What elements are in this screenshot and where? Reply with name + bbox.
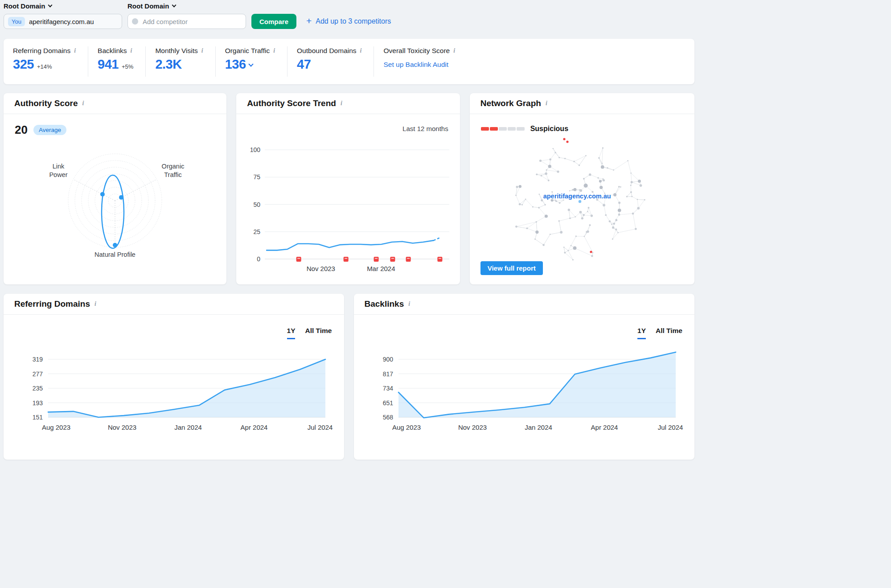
you-domain-field[interactable]: You aperitifagency.com.au: [4, 14, 122, 29]
authority-score-value: 20: [15, 123, 28, 137]
backlinks-range-tabs: 1Y All Time: [637, 327, 682, 339]
metric-monthly-visits: Monthly Visitsi 2.3K: [146, 46, 215, 77]
root-domain-label: Root Domain: [4, 2, 45, 10]
tab-all-time[interactable]: All Time: [305, 327, 332, 339]
info-icon[interactable]: i: [82, 100, 84, 107]
svg-text:25: 25: [254, 228, 261, 235]
toxicity-meter-segment: [508, 127, 516, 131]
card-backlinks: Backlinks i 1Y All Time 568651734817900A…: [354, 294, 695, 460]
toxicity-meter-segment: [499, 127, 507, 131]
organic-traffic-dropdown[interactable]: 136: [225, 57, 275, 72]
chevron-down-icon: [48, 3, 53, 8]
radar-label-link-power: Link Power: [46, 162, 70, 179]
view-full-report-button[interactable]: View full report: [480, 261, 543, 275]
tab-all-time[interactable]: All Time: [656, 327, 682, 339]
info-icon[interactable]: i: [74, 48, 76, 54]
metrics-bar: Referring Domainsi 325+14% Backlinksi 94…: [4, 39, 694, 84]
card-network-graph: Network Graph i Suspicious aperitifagenc…: [470, 93, 694, 284]
svg-text:235: 235: [33, 385, 43, 392]
svg-text:651: 651: [382, 399, 393, 407]
dashboard: Root Domain You aperitifagency.com.au Ro…: [4, 0, 694, 460]
card-title: Authority Score Trend: [247, 99, 336, 108]
root-domain-label: Root Domain: [127, 2, 169, 10]
svg-text:Jul 2024: Jul 2024: [308, 424, 333, 431]
info-icon[interactable]: i: [453, 48, 455, 54]
info-icon[interactable]: i: [273, 48, 275, 54]
backlinks-value: 941: [98, 57, 119, 72]
svg-text:Jan 2024: Jan 2024: [525, 424, 552, 431]
metric-referring-domains: Referring Domainsi 325+14%: [4, 46, 88, 77]
toxicity-meter: [481, 127, 525, 131]
chevron-down-icon: [248, 62, 253, 66]
svg-text:151: 151: [33, 414, 43, 421]
network-domain-label: aperitifagency.com.au: [530, 193, 624, 200]
svg-text:0: 0: [257, 255, 261, 263]
referring-domains-chart: 151193235277319Aug 2023Nov 2023Jan 2024A…: [7, 350, 339, 437]
trend-range-label: Last 12 months: [402, 125, 448, 132]
svg-text:100: 100: [250, 146, 261, 153]
svg-text:Nov 2023: Nov 2023: [108, 424, 136, 431]
compare-button[interactable]: Compare: [251, 14, 296, 29]
svg-text:193: 193: [33, 399, 43, 407]
referring-domains-range-tabs: 1Y All Time: [287, 327, 332, 339]
svg-text:319: 319: [33, 356, 43, 363]
outbound-domains-value: 47: [297, 57, 311, 72]
svg-text:900: 900: [382, 356, 393, 363]
network-graph-visualization: [470, 135, 695, 270]
svg-text:Mar 2024: Mar 2024: [367, 265, 395, 272]
radar-label-organic-traffic: Organic Traffic: [158, 162, 188, 179]
tab-1y[interactable]: 1Y: [637, 327, 646, 339]
metric-toxicity: Overall Toxicity Scorei Set up Backlink …: [374, 46, 467, 77]
info-icon[interactable]: i: [201, 48, 203, 54]
svg-text:734: 734: [382, 385, 393, 392]
card-title: Referring Domains: [14, 299, 90, 309]
setup-backlink-audit-link[interactable]: Set up Backlink Audit: [383, 61, 455, 69]
you-badge: You: [8, 17, 25, 26]
authority-trend-chart: 0255075100Nov 2023Mar 2024: [236, 140, 460, 280]
info-icon[interactable]: i: [131, 48, 132, 54]
card-title: Network Graph: [480, 99, 541, 108]
card-authority-score: Authority Score i 20 Average Link Power …: [4, 93, 226, 284]
card-title: Authority Score: [14, 99, 78, 108]
competitor-avatar-icon: [132, 18, 138, 25]
organic-traffic-value: 136: [225, 57, 246, 72]
you-domain-value: aperitifagency.com.au: [29, 18, 94, 25]
toxicity-meter-segment: [490, 127, 498, 131]
radar-label-natural-profile: Natural Profile: [82, 251, 148, 259]
svg-text:Jan 2024: Jan 2024: [174, 424, 202, 431]
toxicity-meter-segment: [481, 127, 489, 131]
svg-text:Jul 2024: Jul 2024: [657, 424, 683, 431]
svg-text:277: 277: [33, 370, 43, 378]
backlinks-chart: 568651734817900Aug 2023Nov 2023Jan 2024A…: [357, 350, 690, 437]
root-domain-selector-you[interactable]: Root Domain: [4, 2, 52, 10]
info-icon[interactable]: i: [360, 48, 362, 54]
info-icon[interactable]: i: [341, 100, 342, 107]
card-authority-score-trend: Authority Score Trend i Last 12 months 0…: [236, 93, 460, 284]
svg-text:Aug 2023: Aug 2023: [392, 424, 420, 431]
svg-text:Nov 2023: Nov 2023: [307, 265, 335, 272]
referring-domains-value: 325: [13, 57, 34, 72]
chevron-down-icon: [172, 3, 177, 8]
svg-text:Nov 2023: Nov 2023: [458, 424, 486, 431]
root-domain-selector-competitor[interactable]: Root Domain: [127, 2, 176, 10]
tab-1y[interactable]: 1Y: [287, 327, 296, 339]
svg-text:817: 817: [382, 370, 393, 378]
add-competitors-link[interactable]: + Add up to 3 competitors: [306, 14, 391, 29]
info-icon[interactable]: i: [408, 301, 410, 307]
info-icon[interactable]: i: [546, 100, 547, 107]
metric-backlinks: Backlinksi 941+5%: [88, 46, 146, 77]
svg-text:Aug 2023: Aug 2023: [42, 424, 70, 431]
toxicity-status: Suspicious: [530, 125, 568, 133]
card-referring-domains: Referring Domains i 1Y All Time 15119323…: [4, 294, 344, 460]
metric-outbound-domains: Outbound Domainsi 47: [287, 46, 374, 77]
info-icon[interactable]: i: [94, 301, 96, 307]
svg-text:50: 50: [254, 201, 261, 208]
authority-score-badge: Average: [33, 125, 66, 135]
toxicity-meter-segment: [517, 127, 525, 131]
monthly-visits-value: 2.3K: [155, 57, 181, 72]
add-competitor-input[interactable]: [127, 14, 246, 29]
referring-domains-delta: +14%: [37, 63, 52, 70]
plus-icon: +: [306, 16, 312, 25]
svg-text:75: 75: [254, 173, 261, 181]
metric-organic-traffic: Organic Traffici 136: [216, 46, 287, 77]
